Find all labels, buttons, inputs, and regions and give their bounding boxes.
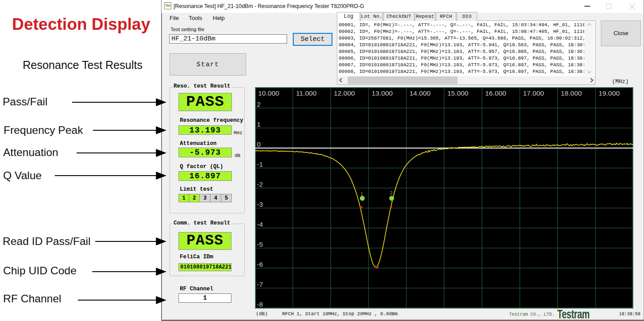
- svg-text:1: 1: [360, 191, 363, 197]
- svg-text:12.000: 12.000: [334, 89, 355, 97]
- svg-text:1: 1: [257, 120, 261, 128]
- svg-text:0: 0: [257, 140, 261, 148]
- svg-text:17.000: 17.000: [523, 89, 544, 97]
- svg-text:14.000: 14.000: [409, 89, 431, 97]
- svg-text:11.000: 11.000: [296, 89, 317, 97]
- svg-text:-8: -8: [257, 301, 263, 308]
- svg-text:-5: -5: [257, 241, 263, 248]
- svg-text:13.000: 13.000: [372, 89, 393, 97]
- svg-text:2: 2: [390, 190, 393, 196]
- svg-text:-3: -3: [257, 201, 263, 208]
- svg-text:-7: -7: [257, 281, 263, 288]
- svg-text:2: 2: [257, 100, 261, 108]
- svg-text:19.000: 19.000: [599, 89, 620, 97]
- svg-text:16.000: 16.000: [485, 89, 506, 97]
- svg-text:-1: -1: [257, 160, 263, 168]
- svg-text:-2: -2: [257, 181, 263, 188]
- svg-text:15.000: 15.000: [447, 89, 469, 97]
- svg-text:-6: -6: [257, 261, 263, 268]
- svg-text:10.000: 10.000: [258, 89, 279, 97]
- svg-text:-4: -4: [257, 221, 263, 228]
- svg-text:18.000: 18.000: [561, 89, 582, 97]
